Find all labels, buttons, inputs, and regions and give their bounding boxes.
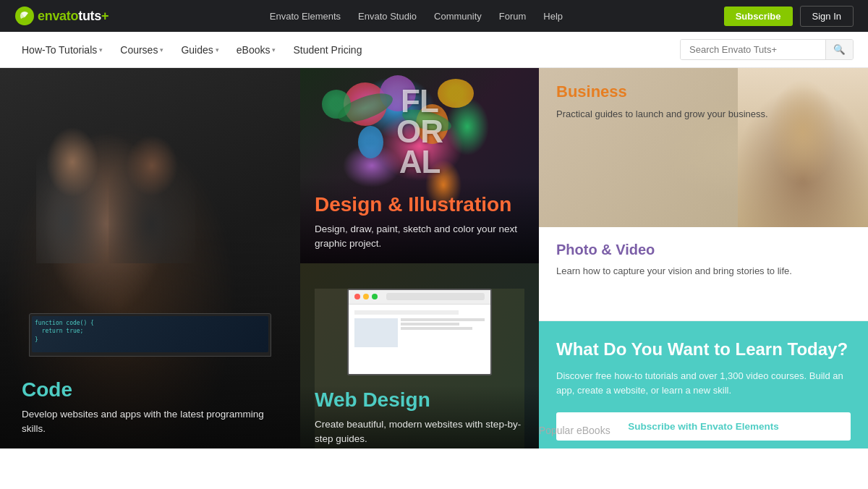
forum-link[interactable]: Forum (499, 11, 527, 22)
signin-button[interactable]: Sign In (800, 6, 854, 27)
business-panel-content: Business Practical guides to launch and … (556, 82, 854, 122)
ebooks-nav[interactable]: eBooks ▾ (229, 40, 284, 60)
envato-logo-icon (14, 6, 35, 26)
main-nav-links: How-To Tutorials ▾ Courses ▾ Guides ▾ eB… (14, 40, 369, 60)
cta-title: What Do You Want to Learn Today? (556, 339, 851, 360)
logo[interactable]: envatotuts+ (14, 6, 109, 26)
code-panel-title: Code (22, 378, 286, 401)
guides-nav[interactable]: Guides ▾ (174, 40, 226, 60)
courses-nav[interactable]: Courses ▾ (113, 40, 171, 60)
cta-description: Discover free how-to tutorials and over … (556, 369, 851, 398)
business-panel[interactable]: Business Practical guides to launch and … (539, 68, 868, 227)
search-icon: 🔍 (833, 44, 846, 55)
community-link[interactable]: Community (434, 11, 482, 22)
search-input[interactable] (681, 40, 825, 59)
popular-ebooks-tab[interactable]: Popular eBooks (539, 425, 610, 448)
web-design-panel-title: Web Design (315, 388, 524, 412)
howto-tutorials-nav[interactable]: How-To Tutorials ▾ (14, 40, 110, 60)
top-nav-actions: Subscribe Sign In (724, 6, 854, 27)
business-panel-desc: Practical guides to launch and grow your… (556, 107, 854, 122)
code-panel[interactable]: function code() { return true; } Code De… (0, 68, 300, 448)
web-design-panel-desc: Create beautiful, modern websites with s… (315, 417, 524, 447)
search-button[interactable]: 🔍 (825, 40, 853, 59)
cta-content: What Do You Want to Learn Today? Discove… (556, 339, 851, 412)
photo-video-panel-desc: Learn how to capture your vision and bri… (556, 264, 851, 278)
guides-chevron-icon: ▾ (216, 46, 219, 54)
envato-elements-link[interactable]: Envato Elements (270, 11, 341, 22)
student-pricing-nav[interactable]: Student Pricing (286, 40, 369, 60)
design-panel-desc: Design, draw, paint, sketch and color yo… (315, 222, 524, 252)
code-panel-desc: Develop websites and apps with the lates… (22, 407, 286, 437)
right-panels: Business Practical guides to launch and … (539, 68, 868, 448)
ebooks-chevron-icon: ▾ (272, 46, 276, 54)
business-panel-title: Business (556, 82, 854, 101)
howto-chevron-icon: ▾ (99, 46, 103, 54)
photo-video-panel-title: Photo & Video (556, 242, 851, 258)
web-design-panel-content: Web Design Create beautiful, modern webs… (315, 388, 524, 447)
help-link[interactable]: Help (543, 11, 563, 22)
photo-video-panel[interactable]: Photo & Video Learn how to capture your … (539, 227, 868, 321)
design-panel[interactable]: FLORAL Design & Illustration Design, dra… (300, 68, 539, 263)
subscribe-button[interactable]: Subscribe (724, 7, 793, 26)
top-navigation: envatotuts+ Envato Elements Envato Studi… (0, 0, 868, 32)
hero-grid: function code() { return true; } Code De… (0, 68, 868, 408)
middle-panels: FLORAL Design & Illustration Design, dra… (300, 68, 539, 448)
logo-text: envatotuts+ (38, 9, 109, 24)
courses-chevron-icon: ▾ (160, 46, 163, 54)
main-navigation: How-To Tutorials ▾ Courses ▾ Guides ▾ eB… (0, 32, 868, 68)
top-nav-links: Envato Elements Envato Studio Community … (109, 11, 723, 22)
envato-studio-link[interactable]: Envato Studio (358, 11, 417, 22)
code-people-illustration: function code() { return true; } (14, 111, 286, 357)
design-panel-title: Design & Illustration (315, 193, 524, 216)
search-bar: 🔍 (680, 39, 854, 60)
design-panel-content: Design & Illustration Design, draw, pain… (315, 193, 524, 252)
web-design-panel[interactable]: Web Design Create beautiful, modern webs… (300, 263, 539, 448)
code-panel-content: Code Develop websites and apps with the … (22, 378, 286, 437)
